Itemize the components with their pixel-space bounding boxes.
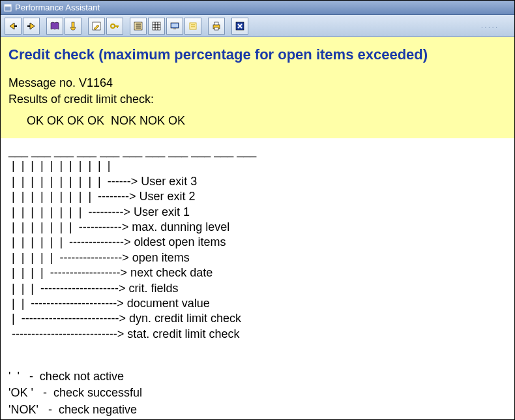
result-line: OK OK OK OK NOK NOK OK [8, 109, 507, 133]
ascii-diagram: ___ ___ ___ ___ ___ ___ ___ ___ ___ ___ … [1, 138, 514, 350]
print-button[interactable] [208, 18, 225, 35]
svg-rect-20 [173, 28, 176, 29]
edit-button[interactable] [88, 18, 105, 35]
key-button[interactable] [106, 18, 123, 35]
svg-rect-4 [72, 22, 74, 27]
svg-point-6 [111, 24, 115, 28]
titlebar: Performance Assistant [1, 1, 514, 15]
svg-rect-19 [171, 23, 178, 27]
app-icon [3, 3, 12, 12]
help-heading: Credit check (maximum percentage for ope… [8, 46, 507, 63]
intro-text: Results of credit limit check: [8, 93, 507, 106]
window-title: Performance Assistant [15, 3, 100, 12]
svg-rect-21 [190, 23, 196, 29]
tech-info-button[interactable] [65, 18, 81, 35]
help-header-area: Credit check (maximum percentage for ope… [1, 37, 514, 138]
svg-rect-26 [214, 27, 218, 30]
grid-button[interactable] [148, 18, 165, 35]
book-button[interactable] [46, 18, 63, 35]
notes-button[interactable] [184, 18, 201, 35]
display-button[interactable] [166, 18, 183, 35]
message-number: Message no. V1164 [8, 76, 507, 90]
toolbar: . . . . . [1, 15, 514, 37]
svg-rect-25 [214, 22, 218, 25]
list-button[interactable] [130, 18, 147, 35]
close-button[interactable] [231, 18, 248, 35]
legend: ' ' - check not active 'OK ' - check suc… [1, 350, 514, 420]
svg-rect-13 [153, 22, 160, 30]
back-button[interactable] [5, 18, 22, 35]
forward-button[interactable] [23, 18, 40, 35]
toolbar-grip-icon: . . . . . [481, 22, 510, 29]
svg-rect-1 [5, 5, 11, 7]
